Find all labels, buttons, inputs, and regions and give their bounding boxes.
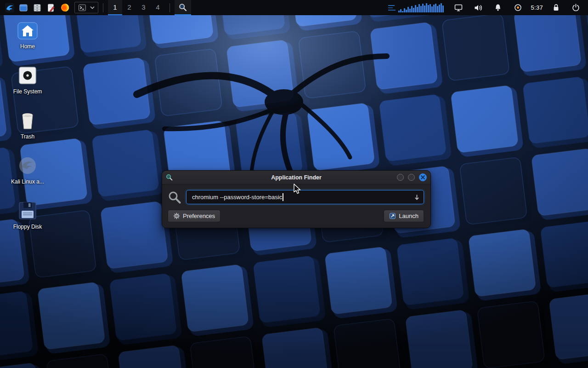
status-circle-icon [514,4,522,12]
desktop-icon-file-system[interactable]: File System [6,65,49,95]
panel-separator-2 [170,3,170,12]
minimize-button[interactable] [397,174,404,181]
desktop-icon-home[interactable]: Home [6,21,49,50]
desktop-icon-label: File System [13,88,42,95]
desktop-icon-column: Home File System Trash Kali Linux a [6,21,49,230]
launcher-terminal-button[interactable] [76,2,88,13]
desktop-icon-label: Kali Linux a... [11,178,44,185]
application-finder-icon [166,174,173,181]
launch-button[interactable]: Launch [384,210,424,222]
terminal-dropdown-button[interactable] [88,2,96,13]
launch-icon [389,213,396,219]
file-system-icon [17,65,38,86]
kali-logo-icon [5,3,15,13]
bell-icon [494,4,502,12]
window-title: Application Finder [162,174,430,181]
logout-button[interactable] [569,0,582,15]
desktop-icon-kali-linux[interactable]: Kali Linux a... [6,155,49,185]
panel-left: 1 2 3 4 [3,0,191,15]
workspace-switcher: 1 2 3 4 [108,0,165,15]
window-icon [19,3,28,12]
power-icon [572,4,580,12]
firefox-icon [60,3,70,12]
file-cabinet-icon [33,3,42,12]
text-editor-icon [46,3,56,12]
home-icon [17,21,38,40]
launcher-window-button[interactable] [17,0,30,15]
desktop-icon-label: Home [20,43,35,50]
updates-tray-button[interactable] [511,0,525,15]
kali-menu-button[interactable] [3,0,17,15]
terminal-icon [78,4,86,12]
volume-icon [474,4,482,12]
trash-icon [17,110,38,131]
close-icon [421,175,425,179]
workspace-2[interactable]: 2 [122,0,136,15]
preferences-button[interactable]: Preferences [168,210,220,222]
desktop-icon-label: Floppy Disk [13,224,42,230]
text-caret [283,193,283,201]
chevron-down-icon [90,6,95,9]
kali-installer-icon [17,155,38,176]
workspace-4[interactable]: 4 [151,0,165,15]
lock-screen-button[interactable] [549,0,563,15]
finder-content: chromium --password-store=basic [162,184,430,228]
desktop-icon-label: Trash [21,133,34,140]
display-settings-tray-button[interactable] [452,0,465,15]
launcher-file-manager-button[interactable] [30,0,44,15]
terminal-launcher-group [74,2,98,13]
audio-spectrum-graph[interactable] [388,2,446,13]
launcher-text-editor-button[interactable] [44,0,58,15]
maximize-button[interactable] [408,174,415,181]
gear-icon [173,213,180,219]
command-input[interactable]: chromium --password-store=basic [186,190,424,204]
launch-label: Launch [399,213,418,219]
application-finder-taskbar-icon [179,3,187,12]
top-panel: 1 2 3 4 [0,0,588,15]
history-dropdown-icon[interactable] [414,194,420,201]
floppy-disk-icon [17,201,38,221]
desktop-icon-floppy-disk[interactable]: Floppy Disk [6,201,49,230]
display-icon [454,4,463,12]
workspace-1[interactable]: 1 [108,0,122,15]
clock[interactable]: 5:37 [531,4,543,11]
command-text: chromium --password-store=basic [192,194,282,201]
notifications-tray-button[interactable] [491,0,505,15]
titlebar[interactable]: Application Finder [162,171,430,184]
search-icon [168,190,181,204]
panel-separator [103,3,103,12]
workspace-3[interactable]: 3 [136,0,151,15]
close-button[interactable] [419,173,427,181]
launcher-firefox-button[interactable] [58,0,72,15]
taskbar-application-finder[interactable] [175,0,191,15]
preferences-label: Preferences [183,213,215,219]
lock-icon [553,4,560,12]
desktop: 1 2 3 4 [0,0,588,368]
desktop-icon-trash[interactable]: Trash [6,110,49,140]
panel-right: 5:37 [388,0,585,15]
volume-tray-button[interactable] [471,0,485,15]
application-finder-window: Application Finder chromium --password [162,170,431,228]
window-controls [397,173,427,181]
